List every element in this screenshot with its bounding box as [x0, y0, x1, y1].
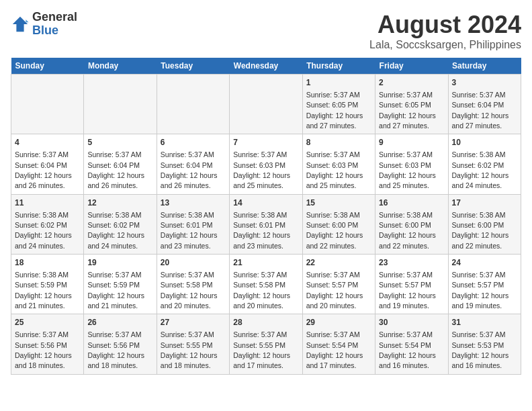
title-area: August 2024 Lala, Soccsksargen, Philippi… — [369, 11, 521, 51]
day-number: 9 — [379, 137, 444, 148]
day-info: Sunrise: 5:37 AM Sunset: 5:57 PM Dayligh… — [306, 271, 363, 310]
day-number: 5 — [87, 137, 152, 148]
calendar-cell: 9Sunrise: 5:37 AM Sunset: 6:03 PM Daylig… — [375, 134, 448, 194]
day-number: 20 — [161, 257, 226, 269]
calendar-cell: 11Sunrise: 5:38 AM Sunset: 6:02 PM Dayli… — [11, 194, 84, 254]
day-info: Sunrise: 5:37 AM Sunset: 5:55 PM Dayligh… — [161, 330, 218, 369]
day-info: Sunrise: 5:38 AM Sunset: 6:00 PM Dayligh… — [379, 211, 436, 250]
weekday-header-friday: Friday — [375, 58, 448, 75]
day-number: 6 — [161, 137, 226, 148]
calendar-cell: 14Sunrise: 5:38 AM Sunset: 6:01 PM Dayli… — [230, 194, 302, 254]
day-info: Sunrise: 5:37 AM Sunset: 6:03 PM Dayligh… — [379, 150, 436, 189]
day-info: Sunrise: 5:38 AM Sunset: 6:01 PM Dayligh… — [161, 211, 218, 250]
day-info: Sunrise: 5:37 AM Sunset: 6:03 PM Dayligh… — [306, 150, 363, 189]
calendar-cell: 13Sunrise: 5:38 AM Sunset: 6:01 PM Dayli… — [157, 194, 229, 254]
day-info: Sunrise: 5:37 AM Sunset: 5:58 PM Dayligh… — [161, 271, 218, 310]
day-info: Sunrise: 5:38 AM Sunset: 5:59 PM Dayligh… — [15, 271, 72, 310]
day-info: Sunrise: 5:37 AM Sunset: 5:59 PM Dayligh… — [87, 271, 144, 310]
logo-icon — [11, 15, 30, 34]
calendar-cell: 5Sunrise: 5:37 AM Sunset: 6:04 PM Daylig… — [84, 134, 157, 194]
day-number: 27 — [161, 317, 226, 328]
day-info: Sunrise: 5:38 AM Sunset: 6:00 PM Dayligh… — [452, 211, 509, 250]
calendar-cell — [157, 75, 229, 134]
day-info: Sunrise: 5:37 AM Sunset: 5:57 PM Dayligh… — [379, 271, 436, 310]
day-number: 17 — [452, 197, 517, 209]
calendar-cell: 17Sunrise: 5:38 AM Sunset: 6:00 PM Dayli… — [448, 194, 521, 254]
day-number: 8 — [306, 137, 371, 148]
day-info: Sunrise: 5:37 AM Sunset: 6:04 PM Dayligh… — [15, 150, 72, 189]
day-number: 7 — [233, 137, 298, 148]
calendar-cell: 25Sunrise: 5:37 AM Sunset: 5:56 PM Dayli… — [11, 314, 84, 374]
day-number: 4 — [15, 137, 80, 148]
calendar-week-row: 18Sunrise: 5:38 AM Sunset: 5:59 PM Dayli… — [11, 255, 521, 314]
svg-marker-0 — [13, 17, 28, 32]
day-info: Sunrise: 5:37 AM Sunset: 6:04 PM Dayligh… — [87, 150, 144, 189]
day-number: 31 — [452, 317, 517, 328]
day-number: 23 — [379, 257, 444, 269]
day-number: 21 — [233, 257, 298, 269]
calendar-cell: 24Sunrise: 5:37 AM Sunset: 5:57 PM Dayli… — [448, 255, 521, 314]
day-number: 3 — [452, 77, 517, 89]
calendar-cell: 20Sunrise: 5:37 AM Sunset: 5:58 PM Dayli… — [157, 255, 229, 314]
calendar-cell: 27Sunrise: 5:37 AM Sunset: 5:55 PM Dayli… — [157, 314, 229, 374]
header: General Blue August 2024 Lala, Soccsksar… — [11, 11, 521, 51]
calendar-cell: 1Sunrise: 5:37 AM Sunset: 6:05 PM Daylig… — [302, 75, 375, 134]
calendar-cell: 12Sunrise: 5:38 AM Sunset: 6:02 PM Dayli… — [84, 194, 157, 254]
day-info: Sunrise: 5:38 AM Sunset: 6:02 PM Dayligh… — [452, 150, 509, 189]
calendar-cell: 28Sunrise: 5:37 AM Sunset: 5:55 PM Dayli… — [230, 314, 302, 374]
day-number: 14 — [233, 197, 298, 209]
logo-general-text: General — [32, 11, 77, 24]
day-number: 12 — [87, 197, 152, 209]
weekday-header-thursday: Thursday — [302, 58, 375, 75]
day-info: Sunrise: 5:37 AM Sunset: 6:03 PM Dayligh… — [233, 150, 290, 189]
calendar-cell: 2Sunrise: 5:37 AM Sunset: 6:05 PM Daylig… — [375, 75, 448, 134]
calendar-cell: 7Sunrise: 5:37 AM Sunset: 6:03 PM Daylig… — [230, 134, 302, 194]
day-info: Sunrise: 5:37 AM Sunset: 5:54 PM Dayligh… — [306, 330, 363, 369]
weekday-header-row: SundayMondayTuesdayWednesdayThursdayFrid… — [11, 58, 521, 75]
calendar-cell: 16Sunrise: 5:38 AM Sunset: 6:00 PM Dayli… — [375, 194, 448, 254]
day-info: Sunrise: 5:37 AM Sunset: 5:58 PM Dayligh… — [233, 271, 290, 310]
day-number: 18 — [15, 257, 80, 269]
calendar-title: August 2024 — [369, 11, 521, 39]
day-number: 2 — [379, 77, 444, 89]
day-number: 29 — [306, 317, 371, 328]
weekday-header-wednesday: Wednesday — [230, 58, 302, 75]
calendar-week-row: 11Sunrise: 5:38 AM Sunset: 6:02 PM Dayli… — [11, 194, 521, 254]
day-info: Sunrise: 5:38 AM Sunset: 6:00 PM Dayligh… — [306, 211, 363, 250]
day-number: 13 — [161, 197, 226, 209]
calendar-cell — [11, 75, 84, 134]
day-number: 19 — [87, 257, 152, 269]
logo: General Blue — [11, 11, 77, 38]
calendar-cell: 19Sunrise: 5:37 AM Sunset: 5:59 PM Dayli… — [84, 255, 157, 314]
day-info: Sunrise: 5:37 AM Sunset: 6:04 PM Dayligh… — [161, 150, 218, 189]
calendar-body: 1Sunrise: 5:37 AM Sunset: 6:05 PM Daylig… — [11, 75, 521, 375]
calendar-cell: 4Sunrise: 5:37 AM Sunset: 6:04 PM Daylig… — [11, 134, 84, 194]
day-number: 10 — [452, 137, 517, 148]
calendar-week-row: 25Sunrise: 5:37 AM Sunset: 5:56 PM Dayli… — [11, 314, 521, 374]
day-info: Sunrise: 5:37 AM Sunset: 6:05 PM Dayligh… — [306, 91, 363, 130]
day-info: Sunrise: 5:37 AM Sunset: 5:54 PM Dayligh… — [379, 330, 436, 369]
calendar-cell: 21Sunrise: 5:37 AM Sunset: 5:58 PM Dayli… — [230, 255, 302, 314]
weekday-header-tuesday: Tuesday — [157, 58, 229, 75]
day-number: 16 — [379, 197, 444, 209]
calendar-table: SundayMondayTuesdayWednesdayThursdayFrid… — [11, 58, 521, 375]
calendar-cell: 10Sunrise: 5:38 AM Sunset: 6:02 PM Dayli… — [448, 134, 521, 194]
calendar-cell: 23Sunrise: 5:37 AM Sunset: 5:57 PM Dayli… — [375, 255, 448, 314]
calendar-header: SundayMondayTuesdayWednesdayThursdayFrid… — [11, 58, 521, 75]
day-info: Sunrise: 5:38 AM Sunset: 6:02 PM Dayligh… — [15, 211, 72, 250]
calendar-cell: 3Sunrise: 5:37 AM Sunset: 6:04 PM Daylig… — [448, 75, 521, 134]
day-info: Sunrise: 5:37 AM Sunset: 5:55 PM Dayligh… — [233, 330, 290, 369]
day-info: Sunrise: 5:38 AM Sunset: 6:02 PM Dayligh… — [87, 211, 144, 250]
day-info: Sunrise: 5:37 AM Sunset: 6:04 PM Dayligh… — [452, 91, 509, 130]
calendar-cell: 8Sunrise: 5:37 AM Sunset: 6:03 PM Daylig… — [302, 134, 375, 194]
calendar-cell — [230, 75, 302, 134]
day-number: 15 — [306, 197, 371, 209]
day-number: 28 — [233, 317, 298, 328]
calendar-cell: 18Sunrise: 5:38 AM Sunset: 5:59 PM Dayli… — [11, 255, 84, 314]
calendar-cell: 22Sunrise: 5:37 AM Sunset: 5:57 PM Dayli… — [302, 255, 375, 314]
calendar-cell: 15Sunrise: 5:38 AM Sunset: 6:00 PM Dayli… — [302, 194, 375, 254]
day-number: 25 — [15, 317, 80, 328]
calendar-week-row: 1Sunrise: 5:37 AM Sunset: 6:05 PM Daylig… — [11, 75, 521, 134]
calendar-subtitle: Lala, Soccsksargen, Philippines — [369, 39, 521, 51]
day-number: 11 — [15, 197, 80, 209]
